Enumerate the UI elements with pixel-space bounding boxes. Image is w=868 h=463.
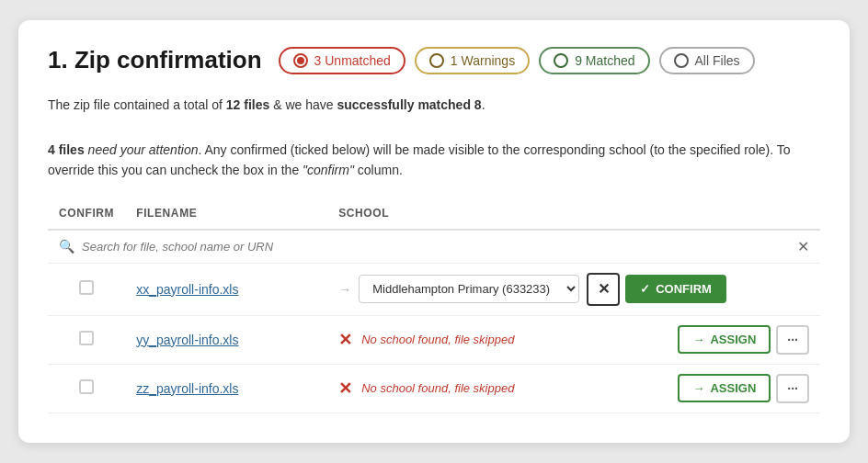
table-row: xx_payroll-info.xls → Middlehampton Prim… [48,263,820,315]
desc1-start: The zip file contained a total of [48,97,226,112]
row1-filename-cell: xx_payroll-info.xls [125,263,327,315]
row1-checkbox-cell [48,263,125,315]
radio-circle-warnings [429,53,444,68]
row2-checkbox[interactable] [79,331,94,345]
search-input-wrap: 🔍 [59,239,797,254]
header: 1. Zip confirmation 3 Unmatched 1 Warnin… [48,46,820,74]
assign-arrow-icon: → [692,333,704,346]
row2-filename[interactable]: yy_payroll-info.xls [136,333,238,347]
th-school: SCHOOL [327,198,820,230]
th-confirm: CONFIRM [48,198,125,230]
desc1-end: . [482,97,485,112]
row3-checkbox-cell [48,364,125,412]
row1-cancel-button[interactable]: ✕ [587,273,620,306]
desc2-end: column. [354,163,403,177]
row1-school-cell: → Middlehampton Primary (633233) ✕ ✓ CON… [327,263,820,315]
search-clear-icon[interactable]: ✕ [797,238,809,255]
row1-actions: ✕ ✓ CONFIRM [587,273,726,306]
row1-filename[interactable]: xx_payroll-info.xls [136,282,238,297]
filter-warnings-label: 1 Warnings [451,53,515,68]
assign-label-2: ASSIGN [710,381,756,395]
filter-matched[interactable]: 9 Matched [539,47,649,74]
row2-school-wrap: ✕ No school found, file skipped → ASSIGN… [338,325,809,355]
files-table: CONFIRM FILENAME SCHOOL 🔍 ✕ [48,198,820,413]
filter-all[interactable]: All Files [659,47,755,74]
table-row: zz_payroll-info.xls ✕ No school found, f… [48,364,820,412]
table-row: yy_payroll-info.xls ✕ No school found, f… [48,315,820,364]
desc2-bold: 4 files [48,142,85,157]
row2-assign-button[interactable]: → ASSIGN [678,325,771,354]
table-head: CONFIRM FILENAME SCHOOL [48,198,820,230]
search-container: 🔍 ✕ [59,238,809,255]
radio-dot-unmatched [297,57,304,64]
row2-left: ✕ No school found, file skipped [338,330,514,350]
description-1: The zip file contained a total of 12 fil… [48,95,820,115]
row3-checkbox[interactable] [79,379,94,394]
row2-actions: → ASSIGN ··· [678,325,809,355]
row3-school-wrap: ✕ No school found, file skipped → ASSIGN… [338,374,809,403]
row2-error-icon: ✕ [338,330,352,350]
row3-filename-cell: zz_payroll-info.xls [125,364,327,412]
row1-school-wrap: → Middlehampton Primary (633233) ✕ ✓ CON… [338,273,809,306]
filter-tabs: 3 Unmatched 1 Warnings 9 Matched All Fil… [279,47,755,74]
desc2-italic: need your attention [85,142,199,157]
confirm-label: CONFIRM [656,282,712,296]
table-header-row: CONFIRM FILENAME SCHOOL [48,198,820,230]
assign-label: ASSIGN [710,333,756,346]
search-row: 🔍 ✕ [48,230,820,264]
description-2: 4 files need your attention. Any confirm… [48,140,820,181]
row2-more-button[interactable]: ··· [776,325,809,355]
row2-filename-cell: yy_payroll-info.xls [125,315,327,364]
filter-matched-label: 9 Matched [575,53,634,68]
row2-checkbox-cell [48,315,125,364]
row3-left: ✕ No school found, file skipped [338,378,514,399]
row3-no-school: No school found, file skipped [361,381,514,395]
desc2-italic2: "confirm" [303,163,354,177]
radio-circle-all [674,53,689,68]
arrow-right-icon: → [338,282,351,297]
search-input[interactable] [82,240,797,254]
table-body: 🔍 ✕ xx_payroll-info.xls → [48,230,820,413]
filter-warnings[interactable]: 1 Warnings [415,47,530,74]
filter-all-label: All Files [695,53,740,68]
radio-circle-unmatched [293,53,308,68]
filter-unmatched-label: 3 Unmatched [314,53,391,68]
row3-actions: → ASSIGN ··· [678,374,809,403]
search-icon: 🔍 [59,239,74,254]
row3-more-button[interactable]: ··· [776,374,809,403]
row3-school-cell: ✕ No school found, file skipped → ASSIGN… [327,364,820,412]
desc1-bold1: 12 files [226,97,269,112]
page-title: 1. Zip confirmation [48,46,262,74]
row1-checkbox[interactable] [79,280,94,295]
search-cell: 🔍 ✕ [48,230,820,264]
row1-school-select[interactable]: Middlehampton Primary (633233) [359,275,579,303]
radio-circle-matched [554,53,568,68]
desc1-bold2: successfully matched 8 [337,97,481,112]
row3-error-icon: ✕ [338,378,352,399]
row2-no-school: No school found, file skipped [361,333,514,346]
assign-arrow-icon-2: → [692,381,704,395]
desc1-mid: & we have [269,97,337,112]
row3-assign-button[interactable]: → ASSIGN [678,374,771,402]
filter-unmatched[interactable]: 3 Unmatched [279,47,405,74]
row1-confirm-button[interactable]: ✓ CONFIRM [625,275,726,303]
th-filename: FILENAME [125,198,327,230]
main-card: 1. Zip confirmation 3 Unmatched 1 Warnin… [18,20,850,442]
row3-filename[interactable]: zz_payroll-info.xls [136,381,238,396]
confirm-checkmark: ✓ [640,282,650,296]
row2-school-cell: ✕ No school found, file skipped → ASSIGN… [327,315,820,364]
